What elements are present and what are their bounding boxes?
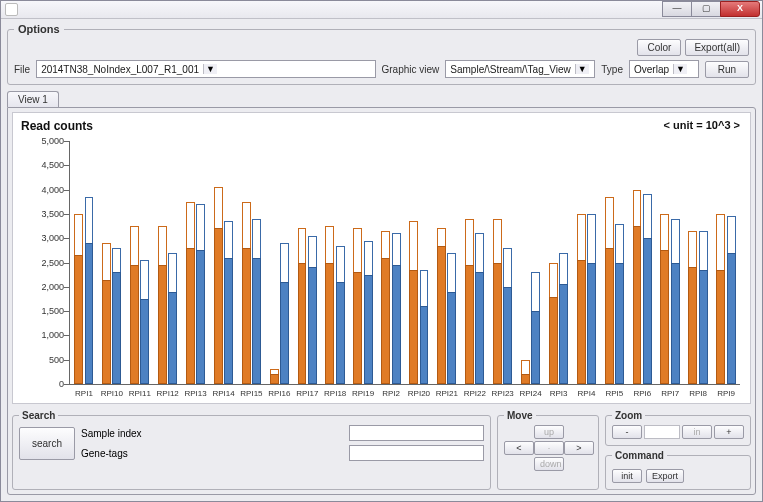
color-button[interactable]: Color — [637, 39, 681, 56]
sample-index-input[interactable] — [349, 425, 484, 441]
bar-filled — [196, 250, 205, 384]
bar-filled — [633, 226, 642, 384]
bar-group: RPI16 — [265, 141, 293, 384]
zoom-in-button[interactable]: + — [714, 425, 744, 439]
bar-filled — [308, 267, 317, 384]
export-all-button[interactable]: Export(all) — [685, 39, 749, 56]
x-tick-label: RPI2 — [377, 389, 405, 398]
move-legend: Move — [504, 410, 536, 421]
bar-filled — [531, 311, 540, 384]
bar-filled — [493, 263, 502, 385]
bar-filled — [298, 263, 307, 385]
bar-group: RPI22 — [461, 141, 489, 384]
x-tick-label: RPI19 — [349, 389, 377, 398]
file-combo[interactable]: 2014TN38_NoIndex_L007_R1_001 ▼ — [36, 60, 375, 78]
bar-filled — [102, 280, 111, 384]
bottom-panels: Search Sample index search Gene-tags Mov… — [12, 410, 751, 490]
bar-filled — [671, 263, 680, 385]
x-tick-label: RPI15 — [238, 389, 266, 398]
sample-index-label: Sample index — [81, 428, 343, 439]
bar-filled — [465, 265, 474, 384]
chevron-down-icon: ▼ — [203, 64, 217, 74]
graphic-view-combo[interactable]: Sample/\Stream/\Tag_View ▼ — [445, 60, 595, 78]
gene-tags-label: Gene-tags — [81, 448, 343, 459]
java-icon — [5, 3, 18, 16]
x-tick-label: RPI11 — [126, 389, 154, 398]
options-top-row: Color Export(all) — [14, 39, 749, 56]
file-label: File — [14, 64, 30, 75]
move-right-button[interactable]: > — [564, 441, 594, 455]
x-tick-label: RPI17 — [293, 389, 321, 398]
move-center-button[interactable]: · — [534, 441, 564, 455]
y-tick-label: 2,500 — [41, 258, 70, 268]
bar-filled — [224, 258, 233, 384]
zoom-out-button[interactable]: - — [612, 425, 642, 439]
move-left-button[interactable]: < — [504, 441, 534, 455]
bar-filled — [688, 267, 697, 384]
bar-filled — [475, 272, 484, 384]
bar-filled — [660, 250, 669, 384]
x-tick-label: RPI13 — [182, 389, 210, 398]
bar-group: RPI23 — [489, 141, 517, 384]
gene-tags-input[interactable] — [349, 445, 484, 461]
run-button[interactable]: Run — [705, 61, 749, 78]
bar-filled — [74, 255, 83, 384]
bar-filled — [420, 306, 429, 384]
tabstrip: View 1 Read counts < unit = 10^3 > 05001… — [7, 91, 756, 495]
bar-group: RPI10 — [98, 141, 126, 384]
x-tick-label: RPI18 — [321, 389, 349, 398]
y-tick-label: 1,500 — [41, 306, 70, 316]
init-button[interactable]: init — [612, 469, 642, 483]
y-tick-label: 0 — [59, 379, 70, 389]
bar-filled — [168, 292, 177, 384]
bar-group: RPI5 — [600, 141, 628, 384]
search-panel: Search Sample index search Gene-tags — [12, 410, 491, 490]
bar-group: RPI9 — [712, 141, 740, 384]
chart-area: Read counts < unit = 10^3 > 05001,0001,5… — [12, 112, 751, 404]
bar-group: RPI14 — [210, 141, 238, 384]
command-legend: Command — [612, 450, 667, 461]
zoom-field[interactable] — [644, 425, 680, 439]
bar-group: RPI15 — [238, 141, 266, 384]
x-tick-label: RPI22 — [461, 389, 489, 398]
bar-group: RPI19 — [349, 141, 377, 384]
bar-filled — [447, 292, 456, 384]
zoom-in-label: in — [682, 425, 712, 439]
bar-filled — [186, 248, 195, 384]
x-tick-label: RPI7 — [656, 389, 684, 398]
bar-filled — [577, 260, 586, 384]
options-row: File 2014TN38_NoIndex_L007_R1_001 ▼ Grap… — [14, 60, 749, 78]
move-panel: Move up < · > down — [497, 410, 599, 490]
window-buttons: — ▢ X — [663, 1, 760, 17]
chart-title: Read counts — [21, 119, 742, 133]
y-tick-label: 3,000 — [41, 233, 70, 243]
bar-group: RPI11 — [126, 141, 154, 384]
x-tick-label: RPI14 — [210, 389, 238, 398]
search-button[interactable]: search — [19, 427, 75, 460]
x-tick-label: RPI4 — [573, 389, 601, 398]
x-tick-label: RPI5 — [600, 389, 628, 398]
bar-filled — [549, 297, 558, 384]
bar-filled — [381, 258, 390, 384]
bar-filled — [716, 270, 725, 384]
move-up-button[interactable]: up — [534, 425, 564, 439]
tab-view1[interactable]: View 1 — [7, 91, 59, 107]
bar-group: RPI7 — [656, 141, 684, 384]
export-button[interactable]: Export — [646, 469, 684, 483]
move-down-button[interactable]: down — [534, 457, 564, 471]
bar-filled — [605, 248, 614, 384]
search-legend: Search — [19, 410, 58, 421]
bar-group: RPI4 — [573, 141, 601, 384]
close-button[interactable]: X — [720, 1, 760, 17]
bar-group: RPI13 — [182, 141, 210, 384]
y-tick-label: 4,500 — [41, 160, 70, 170]
titlebar: — ▢ X — [1, 1, 762, 19]
maximize-button[interactable]: ▢ — [691, 1, 721, 17]
bar-group: RPI17 — [293, 141, 321, 384]
bar-filled — [364, 275, 373, 384]
bar-filled — [112, 272, 121, 384]
bar-filled — [325, 263, 334, 385]
options-legend: Options — [14, 23, 64, 35]
type-combo[interactable]: Overlap ▼ — [629, 60, 699, 78]
minimize-button[interactable]: — — [662, 1, 692, 17]
